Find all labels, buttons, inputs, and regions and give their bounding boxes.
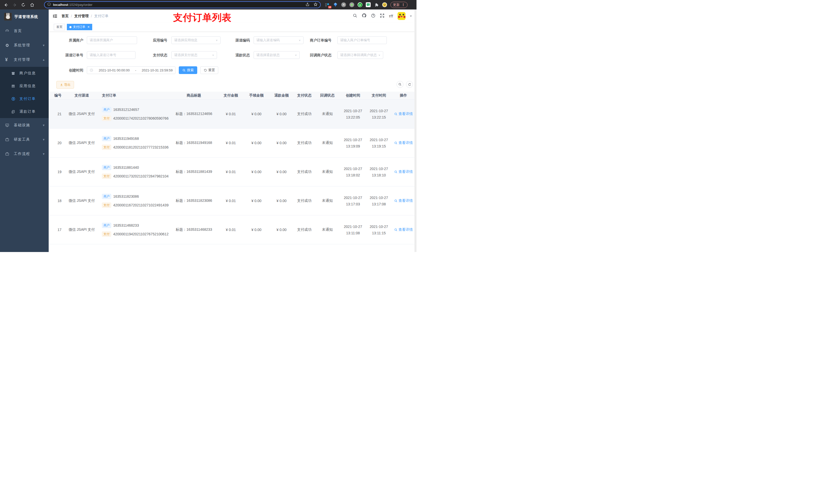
- chevron-down-icon: ▼: [42, 152, 45, 155]
- logo-image: [4, 13, 12, 21]
- extension-diamond-icon[interactable]: 10: [325, 2, 330, 7]
- channel-order-filter-input[interactable]: 请输入渠道订单号: [87, 51, 136, 59]
- refund-status-filter-select[interactable]: 请选择退款状态∨: [254, 51, 300, 59]
- font-size-icon[interactable]: тT: [389, 14, 393, 18]
- merchant-filter-input[interactable]: 请选择所属商户: [87, 37, 137, 44]
- profile-emoji-icon[interactable]: [382, 2, 387, 7]
- tag-home[interactable]: 首页: [54, 24, 65, 30]
- share-icon[interactable]: [306, 2, 309, 7]
- sidebar-fold-icon[interactable]: [53, 14, 57, 19]
- extension-command-icon[interactable]: ⌘: [341, 2, 346, 7]
- breadcrumb-home[interactable]: 首页: [62, 14, 69, 19]
- col-amount: 支付金额: [219, 92, 242, 99]
- sidebar-item-pay-order[interactable]: 支付订单: [0, 93, 49, 105]
- browser-home-icon[interactable]: [28, 2, 37, 7]
- cell-refund: ¥ 0.00: [270, 215, 292, 244]
- merchant-tag: 商户: [102, 223, 111, 228]
- toggle-search-button[interactable]: [397, 81, 403, 88]
- date-range-input[interactable]: 2021-10-01 00:00:00 - 2021-10-31 23:59:5…: [87, 66, 175, 74]
- chevron-down-icon: ▼: [42, 44, 45, 47]
- sidebar-item-pay[interactable]: ¥ 支付管理 ▲: [0, 52, 49, 67]
- col-channel: 支付渠道: [62, 92, 102, 99]
- sidebar-item-workflow[interactable]: 工作流程 ▼: [0, 147, 49, 161]
- sidebar-item-app-info[interactable]: 应用信息: [0, 80, 49, 93]
- merchant-order-filter-input[interactable]: 请输入商户订单编号: [337, 37, 387, 44]
- browser-menu-kebab-icon[interactable]: ⋮: [402, 3, 405, 7]
- clock-icon: [90, 68, 93, 72]
- col-created: 创建时间: [339, 92, 367, 99]
- export-button[interactable]: 导出: [56, 81, 74, 89]
- col-no: 编号: [49, 92, 62, 99]
- address-bar[interactable]: localhost:1024/pay/order: [44, 1, 321, 8]
- search-icon[interactable]: [353, 13, 357, 19]
- bookmark-star-icon[interactable]: [313, 2, 318, 7]
- col-paid: 支付时间: [367, 92, 390, 99]
- merchant-filter-label: 所属商户: [54, 37, 83, 44]
- avatar-caret-icon[interactable]: [410, 16, 412, 18]
- breadcrumb-pay[interactable]: 支付管理: [74, 14, 89, 19]
- extension-chat-icon[interactable]: [366, 2, 371, 7]
- cell-notify: 未通知: [316, 158, 339, 186]
- cell-no: 18: [49, 187, 62, 215]
- cell-pay-order: 商户1635311823086 支付4200001167202110271022…: [102, 187, 169, 215]
- notify-status-filter-select[interactable]: 请选择订单回调商户状态∨: [337, 51, 383, 59]
- sidebar-item-system[interactable]: 系统管理 ▼: [0, 38, 49, 52]
- sidebar-item-refund-order[interactable]: 退款订单: [0, 105, 49, 118]
- cell-pay-order: 商户1635312124657 支付4200001174202110278060…: [102, 100, 169, 128]
- cell-title: 标题：1635312124656: [169, 100, 219, 128]
- extension-y-icon[interactable]: y: [358, 2, 362, 7]
- extension-badge: 10: [328, 6, 331, 8]
- close-icon[interactable]: ✕: [87, 25, 90, 29]
- notify-status-filter-label: 回调商户状态: [293, 51, 331, 59]
- view-detail-link[interactable]: 查看详情: [394, 141, 413, 145]
- table-row[interactable]: 19 微信 JSAPI 支付 商户1635311881440 支付4200001…: [49, 158, 416, 187]
- github-icon[interactable]: [362, 13, 366, 19]
- extension-dot-icon[interactable]: [349, 2, 354, 7]
- table-row[interactable]: 21 微信 JSAPI 支付 商户1635312124657 支付4200001…: [49, 100, 416, 128]
- gear-icon: [5, 43, 11, 47]
- cell-title: 标题：1635311468233: [169, 215, 219, 244]
- refresh-button[interactable]: [406, 81, 413, 88]
- extensions-puzzle-icon[interactable]: [374, 2, 379, 7]
- browser-reload-icon[interactable]: [19, 2, 28, 7]
- browser-update-button[interactable]: 更新 ⋮: [390, 2, 407, 8]
- app-title: 芋道管理系统: [14, 14, 38, 19]
- view-detail-link[interactable]: 查看详情: [394, 112, 413, 116]
- tag-pay-order[interactable]: 支付订单 ✕: [67, 24, 92, 30]
- table-row[interactable]: 18 微信 JSAPI 支付 商户1635311823086 支付4200001…: [49, 187, 416, 215]
- extension-kite-icon[interactable]: [333, 2, 338, 7]
- search-button[interactable]: 搜索: [179, 66, 197, 74]
- reset-button[interactable]: 重置: [200, 66, 218, 74]
- date-start-value[interactable]: 2021-10-01 00:00:00: [99, 68, 129, 72]
- cell-channel: 微信 JSAPI 支付: [62, 100, 102, 128]
- scrollbar[interactable]: [414, 9, 416, 252]
- table-row-partial[interactable]: 商户1635311517136: [49, 244, 416, 252]
- col-notify: 回调状态: [316, 92, 339, 99]
- pay-tag: 支付: [102, 145, 111, 150]
- fullscreen-icon[interactable]: [380, 13, 384, 19]
- table-row[interactable]: 20 微信 JSAPI 支付 商户1635311949168 支付4200001…: [49, 128, 416, 158]
- sidebar-item-merchant-info[interactable]: 商户信息: [0, 67, 49, 80]
- browser-back-icon[interactable]: [2, 2, 10, 7]
- view-detail-link[interactable]: 查看详情: [394, 170, 413, 174]
- col-status: 支付状态: [292, 92, 316, 99]
- view-detail-link[interactable]: 查看详情: [394, 198, 413, 203]
- create-time-filter-label: 创建时间: [54, 66, 83, 74]
- pay-tag: 支付: [102, 116, 111, 121]
- sidebar-logo[interactable]: 芋道管理系统: [0, 9, 49, 24]
- table-row[interactable]: 17 微信 JSAPI 支付 商户1635311468233 支付4200001…: [49, 215, 416, 244]
- sidebar-item-devtools[interactable]: 研发工具 ▼: [0, 133, 49, 147]
- app-filter-select[interactable]: 请选择应用信息∨: [171, 37, 220, 44]
- cell-amount: ¥ 0.01: [219, 187, 242, 215]
- user-avatar[interactable]: [398, 12, 405, 20]
- sidebar-item-infra[interactable]: 基础设施 ▼: [0, 118, 49, 133]
- col-fee: 手续金额: [242, 92, 270, 99]
- sidebar-item-home[interactable]: 首页: [0, 24, 49, 38]
- view-detail-link[interactable]: 查看详情: [394, 227, 413, 232]
- browser-forward-icon[interactable]: [10, 2, 19, 7]
- help-icon[interactable]: [371, 13, 376, 19]
- pay-status-filter-select[interactable]: 请选择支付状态∨: [171, 51, 217, 59]
- cell-refund: ¥ 0.00: [270, 128, 292, 157]
- site-info-icon[interactable]: [47, 2, 51, 7]
- date-end-value[interactable]: 2021-10-31 23:59:59: [142, 68, 173, 72]
